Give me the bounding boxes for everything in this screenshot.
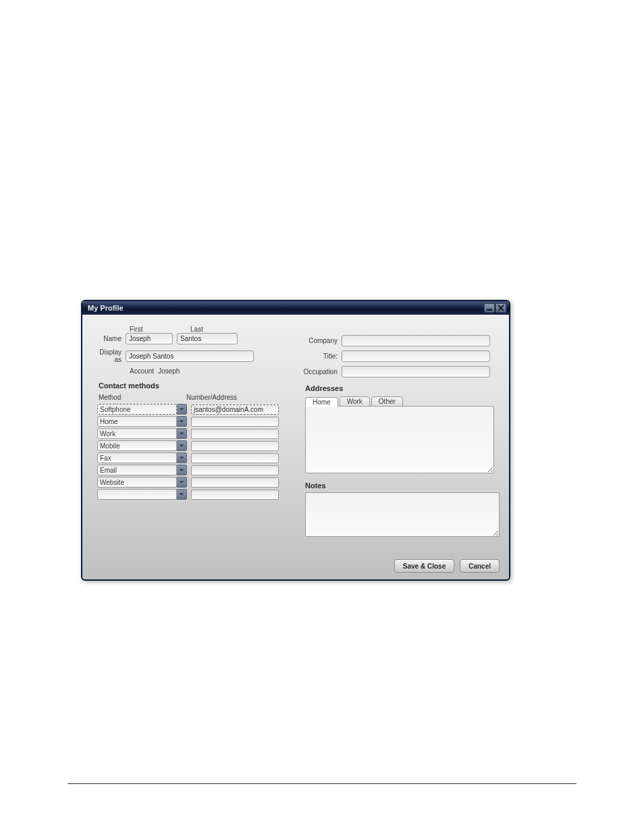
method-row: Home bbox=[97, 416, 282, 427]
dropdown-icon[interactable] bbox=[176, 404, 187, 415]
method-value-input[interactable] bbox=[191, 405, 279, 415]
svg-marker-4 bbox=[180, 420, 184, 422]
address-textarea[interactable] bbox=[305, 406, 494, 473]
method-value-input[interactable] bbox=[191, 477, 279, 488]
notes-title: Notes bbox=[305, 481, 500, 490]
tab-work[interactable]: Work bbox=[340, 396, 370, 407]
method-value-input[interactable] bbox=[191, 465, 279, 475]
account-label: Account bbox=[130, 367, 154, 375]
tab-home[interactable]: Home bbox=[305, 397, 338, 407]
company-input[interactable] bbox=[342, 335, 490, 346]
method-value-input[interactable] bbox=[191, 441, 279, 451]
method-select[interactable]: Website bbox=[97, 477, 177, 488]
last-name-input[interactable] bbox=[177, 333, 238, 344]
last-header: Last bbox=[190, 325, 251, 333]
save-close-button[interactable]: Save & Close bbox=[394, 559, 454, 573]
close-button[interactable] bbox=[495, 303, 506, 313]
method-select[interactable] bbox=[97, 489, 177, 500]
method-row: Email bbox=[97, 465, 282, 475]
svg-marker-6 bbox=[180, 444, 184, 446]
dropdown-icon[interactable] bbox=[176, 465, 187, 475]
method-select[interactable]: Work bbox=[97, 428, 177, 439]
title-input[interactable] bbox=[342, 350, 490, 362]
display-as-input[interactable] bbox=[126, 350, 254, 362]
title-label: Title: bbox=[301, 353, 342, 360]
svg-marker-3 bbox=[180, 408, 184, 410]
method-row: Softphone bbox=[97, 404, 282, 415]
method-row: Fax bbox=[97, 452, 282, 463]
method-row: Work bbox=[97, 428, 282, 439]
titlebar[interactable]: My Profile bbox=[82, 301, 509, 315]
notes-textarea[interactable] bbox=[305, 492, 500, 537]
method-row: Website bbox=[97, 477, 282, 488]
company-label: Company bbox=[301, 337, 342, 344]
method-value-input[interactable] bbox=[191, 453, 279, 463]
method-row bbox=[97, 489, 282, 500]
svg-marker-7 bbox=[180, 457, 184, 459]
tab-other[interactable]: Other bbox=[371, 396, 403, 407]
method-select[interactable]: Softphone bbox=[97, 404, 177, 415]
page-divider bbox=[68, 783, 576, 784]
contact-methods-title: Contact methods bbox=[99, 382, 282, 390]
dropdown-icon[interactable] bbox=[176, 452, 187, 463]
svg-rect-0 bbox=[487, 309, 492, 311]
dropdown-icon[interactable] bbox=[176, 477, 187, 488]
occupation-label: Occupation bbox=[301, 368, 342, 375]
window-title: My Profile bbox=[88, 304, 124, 312]
method-value-input[interactable] bbox=[191, 429, 279, 439]
method-select[interactable]: Mobile bbox=[97, 440, 177, 451]
first-name-input[interactable] bbox=[126, 333, 173, 344]
profile-dialog: My Profile First Last Name Display as bbox=[81, 300, 510, 581]
display-as-label: Display as bbox=[92, 348, 126, 363]
dropdown-icon[interactable] bbox=[176, 416, 187, 427]
method-select[interactable]: Email bbox=[97, 465, 177, 475]
address-header: Number/Address bbox=[186, 394, 237, 401]
occupation-input[interactable] bbox=[342, 366, 490, 377]
svg-marker-5 bbox=[180, 432, 184, 434]
svg-marker-9 bbox=[180, 481, 184, 483]
method-value-input[interactable] bbox=[191, 417, 279, 427]
method-value-input[interactable] bbox=[191, 490, 279, 500]
method-row: Mobile bbox=[97, 440, 282, 451]
cancel-button[interactable]: Cancel bbox=[460, 559, 500, 573]
first-header: First bbox=[130, 325, 177, 333]
dropdown-icon[interactable] bbox=[176, 489, 187, 500]
left-column: First Last Name Display as Account Josep… bbox=[92, 325, 282, 538]
right-column: Company Title: Occupation Addresses Home… bbox=[301, 325, 500, 538]
account-value: Joseph bbox=[158, 367, 180, 375]
method-header: Method bbox=[99, 394, 186, 401]
svg-marker-8 bbox=[180, 469, 184, 471]
method-select[interactable]: Home bbox=[97, 416, 177, 427]
minimize-button[interactable] bbox=[484, 303, 495, 313]
svg-marker-10 bbox=[180, 493, 184, 495]
dropdown-icon[interactable] bbox=[176, 440, 187, 451]
name-label: Name bbox=[92, 335, 126, 342]
method-select[interactable]: Fax bbox=[97, 452, 177, 463]
addresses-title: Addresses bbox=[305, 384, 500, 392]
dropdown-icon[interactable] bbox=[176, 428, 187, 439]
